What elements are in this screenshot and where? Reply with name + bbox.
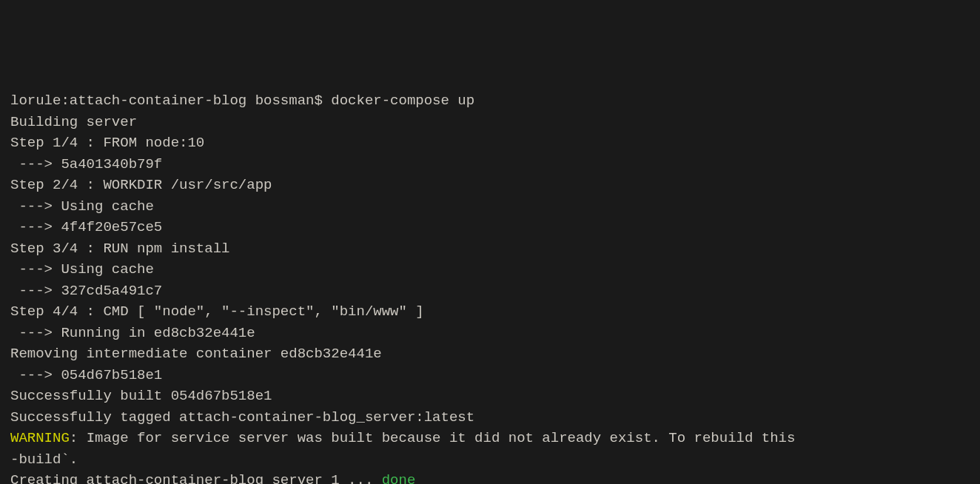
output-line: Step 4/4 : CMD [ "node", "--inspect", "b…: [10, 301, 970, 323]
output-line: Step 1/4 : FROM node:10: [10, 132, 970, 154]
done-label: done: [382, 472, 416, 484]
prompt-host-path: lorule:attach-container-blog bossman$: [10, 93, 331, 109]
output-line: ---> 054d67b518e1: [10, 365, 970, 386]
output-line: ---> Using cache: [10, 259, 970, 280]
creating-text: Creating attach-container-blog_server_1 …: [10, 472, 382, 484]
warning-text: : Image for service server was built bec…: [70, 430, 804, 446]
output-line: Successfully tagged attach-container-blo…: [10, 407, 970, 428]
creating-line: Creating attach-container-blog_server_1 …: [10, 470, 970, 484]
output-line: Removing intermediate container ed8cb32e…: [10, 343, 970, 365]
warning-label: WARNING: [10, 430, 70, 446]
terminal-output[interactable]: lorule:attach-container-blog bossman$ do…: [10, 90, 970, 484]
output-line: Step 2/4 : WORKDIR /usr/src/app: [10, 175, 970, 196]
output-line: Successfully built 054d67b518e1: [10, 386, 970, 407]
output-line: ---> 327cd5a491c7: [10, 280, 970, 302]
output-line: -build`.: [10, 449, 970, 471]
output-line: ---> 4f4f20e57ce5: [10, 217, 970, 238]
prompt-line: lorule:attach-container-blog bossman$ do…: [10, 90, 970, 112]
output-line: ---> Using cache: [10, 196, 970, 218]
warning-line: WARNING: Image for service server was bu…: [10, 428, 970, 449]
command-text: docker-compose up: [331, 93, 474, 109]
output-line: Building server: [10, 112, 970, 133]
output-line: ---> Running in ed8cb32e441e: [10, 323, 970, 344]
output-line: ---> 5a401340b79f: [10, 154, 970, 175]
output-line: Step 3/4 : RUN npm install: [10, 238, 970, 260]
